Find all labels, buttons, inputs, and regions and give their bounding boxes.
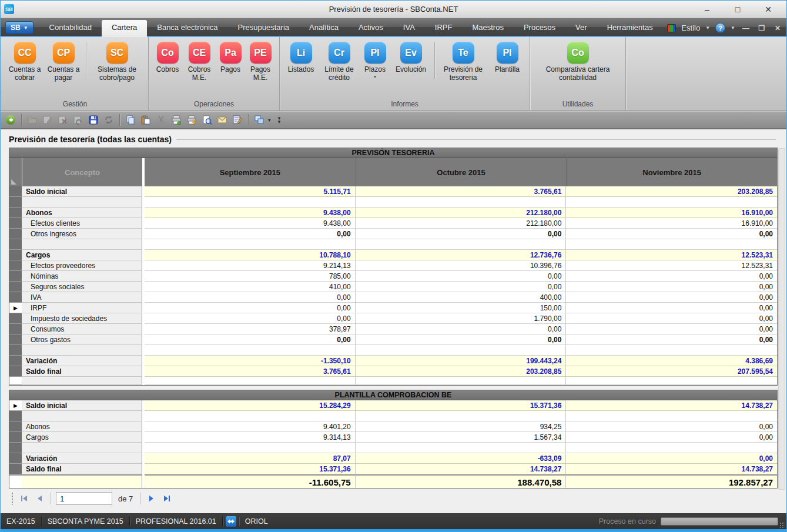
row-selector[interactable]: [9, 377, 22, 385]
print-preview-icon[interactable]: [200, 113, 213, 126]
back-icon[interactable]: [4, 113, 17, 126]
row-selector[interactable]: [9, 474, 22, 488]
row-selector[interactable]: [9, 324, 22, 334]
help-icon[interactable]: ?: [715, 23, 725, 33]
first-page-icon[interactable]: [19, 493, 31, 504]
row-selector[interactable]: [9, 218, 22, 229]
tab-herramientas[interactable]: Herramientas: [597, 20, 663, 36]
toolbar-options-icon[interactable]: ▾▾: [273, 113, 286, 126]
status-segment: EX-2015: [1, 513, 41, 529]
tab-procesos[interactable]: Procesos: [514, 20, 565, 36]
paste-icon[interactable]: [139, 113, 152, 126]
row-selector[interactable]: [9, 282, 22, 292]
status-user: ORIOL: [239, 513, 274, 529]
tab-cartera[interactable]: Cartera: [102, 20, 147, 37]
current-row-indicator[interactable]: ▶: [9, 303, 22, 313]
resize-grip[interactable]: [779, 522, 785, 528]
row-label: Otros ingresos: [22, 229, 142, 239]
row-selector[interactable]: [9, 421, 22, 432]
chevron-down-icon[interactable]: ▼: [731, 25, 735, 31]
vertical-scrollbar[interactable]: [778, 148, 785, 490]
copy-icon[interactable]: [124, 113, 137, 126]
row-selector[interactable]: [9, 197, 22, 208]
email-icon[interactable]: [216, 113, 229, 126]
mdi-minimize-button[interactable]: —: [741, 24, 751, 32]
print-icon[interactable]: [170, 113, 183, 126]
value-cell: 12.523,31: [566, 250, 777, 260]
ribbon-button-sistemas-de-cobro-pago[interactable]: SCSistemas de cobro/pago: [89, 41, 145, 83]
page-number-input[interactable]: [56, 492, 112, 505]
row-selector[interactable]: [9, 239, 22, 250]
row-selector[interactable]: [9, 229, 22, 239]
ribbon-button-l-mite-de-cr-dito[interactable]: CrLímite de crédito: [319, 41, 360, 83]
style-palette-icon[interactable]: [667, 24, 676, 32]
forecast-table-title: PREVISÓN TESORERIA: [9, 148, 777, 158]
row-selector[interactable]: [9, 271, 22, 282]
mdi-restore-button[interactable]: ❐: [756, 24, 767, 32]
mdi-close-button[interactable]: ✕: [772, 24, 783, 32]
row-label: [22, 377, 142, 385]
row-selector[interactable]: [9, 250, 22, 260]
tab-banca-electrónica[interactable]: Banca electrónica: [147, 20, 227, 36]
tab-activos[interactable]: Activos: [349, 20, 393, 36]
row-selector[interactable]: [9, 345, 22, 356]
row-selector[interactable]: [9, 260, 22, 271]
row-selector[interactable]: [9, 443, 22, 453]
row-selector[interactable]: [9, 411, 22, 421]
print-direct-icon[interactable]: [185, 113, 198, 126]
next-page-icon[interactable]: [145, 493, 157, 504]
select-all-corner[interactable]: [9, 158, 22, 186]
estilo-menu[interactable]: Estilo: [681, 24, 700, 32]
new-window-icon[interactable]: [253, 113, 266, 126]
drag-handle[interactable]: [11, 492, 14, 505]
row-selector[interactable]: [9, 292, 22, 303]
ribbon-button-cuentas-a-pagar[interactable]: CPCuentas a pagar: [44, 41, 83, 83]
ribbon-button-previsi-n-de-tesoreria[interactable]: TePrevisión de tesoreria: [438, 41, 488, 83]
tab-maestros[interactable]: Maestros: [462, 20, 513, 36]
ribbon-button-cobros[interactable]: CoCobros: [152, 41, 183, 75]
last-page-icon[interactable]: [160, 493, 172, 504]
ribbon-button-comparativa-cartera-contabilidad[interactable]: CoComparativa cartera contabilidad: [534, 41, 622, 83]
ribbon-button-evoluci-n[interactable]: EvEvolución: [390, 41, 431, 75]
check-template-table: PLANTILLA COMPROBACION BE ▶Saldo inicial…: [9, 390, 778, 488]
chevron-down-icon[interactable]: ▼: [705, 25, 710, 31]
row-label: [22, 239, 142, 250]
tab-presupuestaria[interactable]: Presupuestaria: [228, 20, 299, 36]
tab-iva[interactable]: IVA: [393, 20, 425, 36]
row-selector[interactable]: [9, 432, 22, 443]
row-selector[interactable]: [9, 313, 22, 324]
row-label: [22, 345, 142, 356]
ribbon-button-pagos[interactable]: PaPagos: [216, 41, 245, 75]
ribbon-button-cobros-m-e-[interactable]: CECobros M.E.: [183, 41, 216, 83]
ribbon-button-label: Evolución: [396, 65, 426, 73]
ribbon-group-label: Informes: [283, 98, 526, 111]
ribbon-button-plantilla[interactable]: PlPlantilla: [488, 41, 526, 75]
sb-menu-button[interactable]: SB ▼: [5, 21, 34, 34]
ribbon-button-plazos[interactable]: PlPlazos▼: [360, 41, 390, 80]
row-selector[interactable]: [9, 464, 22, 474]
row-selector[interactable]: [9, 186, 22, 197]
page-count-label: de 7: [116, 494, 135, 503]
row-selector[interactable]: [9, 356, 22, 366]
report-design-icon[interactable]: [231, 113, 244, 126]
row-selector[interactable]: [9, 453, 22, 464]
current-row-indicator[interactable]: ▶: [9, 400, 22, 411]
ribbon-button-listados[interactable]: LiListados: [283, 41, 319, 75]
tab-ver[interactable]: Ver: [565, 20, 597, 36]
close-button[interactable]: ✕: [761, 5, 776, 14]
minimize-button[interactable]: –: [699, 5, 715, 14]
tab-irpf[interactable]: IRPF: [425, 20, 463, 36]
tab-analítica[interactable]: Analítica: [299, 20, 349, 36]
tab-contabilidad[interactable]: Contabilidad: [39, 20, 102, 36]
chevron-down-icon[interactable]: ▾: [268, 117, 270, 123]
row-selector[interactable]: [9, 208, 22, 218]
save-icon[interactable]: [87, 113, 100, 126]
ribbon-button-label: Cobros: [156, 65, 179, 73]
ribbon: CCCuentas a cobrarCPCuentas a pagarSCSis…: [1, 36, 786, 111]
previous-page-icon[interactable]: [34, 493, 46, 504]
ribbon-button-cuentas-a-cobrar[interactable]: CCCuentas a cobrar: [5, 41, 44, 83]
row-selector[interactable]: [9, 334, 22, 345]
row-selector[interactable]: [9, 366, 22, 377]
ribbon-button-pagos-m-e-[interactable]: PEPagos M.E.: [245, 41, 276, 83]
maximize-button[interactable]: □: [730, 5, 745, 14]
